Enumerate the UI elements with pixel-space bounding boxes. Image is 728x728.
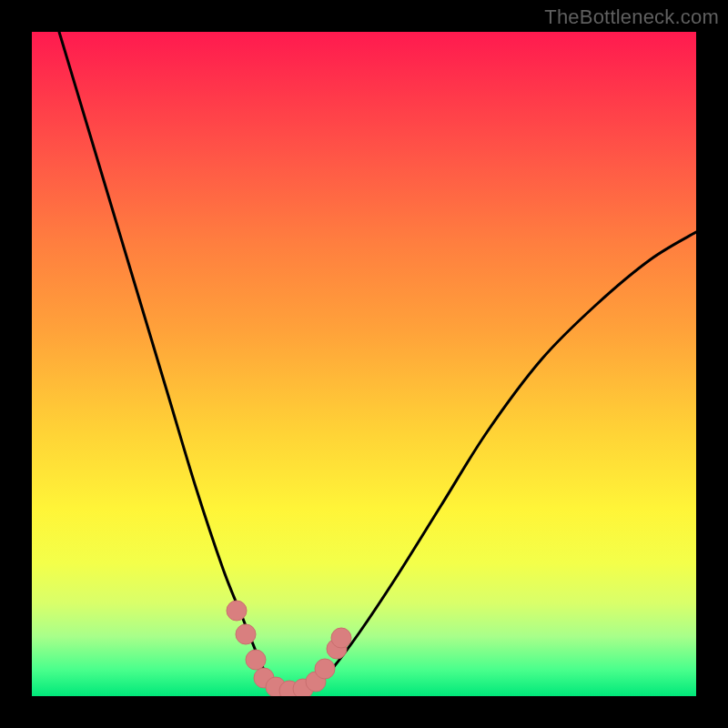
trough-marker xyxy=(246,650,266,670)
chart-frame: TheBottleneck.com xyxy=(0,0,728,728)
trough-markers xyxy=(227,601,351,696)
bottleneck-curve xyxy=(59,32,696,693)
trough-marker xyxy=(331,628,351,648)
trough-marker xyxy=(227,601,247,621)
trough-marker xyxy=(236,624,256,644)
curve-svg xyxy=(32,32,696,696)
chart-plot-area xyxy=(32,32,696,696)
watermark-text: TheBottleneck.com xyxy=(544,5,719,29)
trough-marker xyxy=(315,659,335,679)
